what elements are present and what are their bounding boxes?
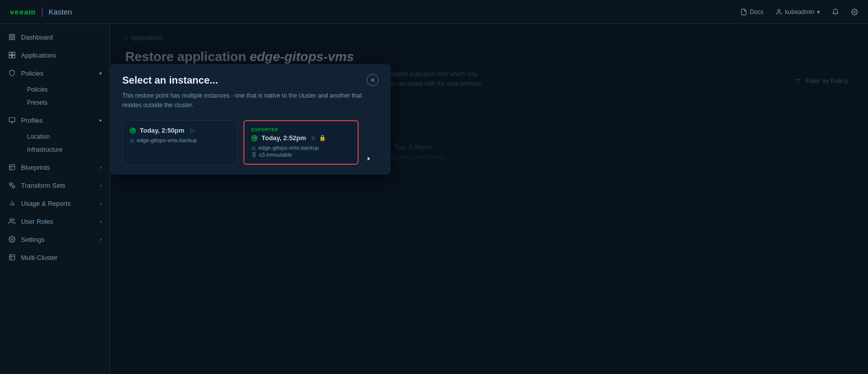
sidebar-transform-label: Transform Sets bbox=[21, 182, 65, 189]
usage-icon bbox=[8, 199, 16, 207]
main-content: ‹ Applications Restore application edge-… bbox=[110, 24, 868, 374]
userroles-chevron-icon: › bbox=[100, 219, 102, 224]
card-1-header: Today, 2:50pm ▷ bbox=[130, 127, 230, 134]
sidebar-item-transform-sets[interactable]: Transform Sets › bbox=[0, 176, 110, 194]
sidebar-dashboard-label: Dashboard bbox=[21, 34, 53, 41]
svg-rect-4 bbox=[13, 38, 15, 40]
sidebar-item-settings[interactable]: Settings › bbox=[0, 230, 110, 248]
instance-card-2[interactable]: EXPORTED Today, 2:52pm ▷ 🔒 ◎ edge-g bbox=[243, 120, 359, 165]
sidebar-item-usage-reports[interactable]: Usage & Reports › bbox=[0, 194, 110, 212]
roles-icon bbox=[8, 217, 16, 225]
svg-point-1 bbox=[853, 11, 855, 13]
svg-rect-3 bbox=[13, 35, 15, 37]
svg-rect-2 bbox=[10, 35, 12, 37]
sidebar-settings-label: Settings bbox=[21, 236, 45, 243]
sidebar-sub-location[interactable]: Location bbox=[21, 130, 110, 143]
notifications-button[interactable] bbox=[832, 9, 839, 16]
card-2-header: Today, 2:52pm ▷ 🔒 bbox=[251, 134, 351, 142]
profiles-submenu: Location Infrastructure bbox=[0, 129, 110, 158]
select-instance-modal: Select an instance... × This restore poi… bbox=[110, 64, 391, 175]
lock-icon: 🔒 bbox=[319, 135, 326, 141]
bell-icon bbox=[832, 9, 839, 16]
sidebar-item-user-roles[interactable]: User Roles › bbox=[0, 212, 110, 230]
svg-rect-8 bbox=[9, 56, 12, 58]
modal-header: Select an instance... × bbox=[122, 74, 379, 86]
sidebar-sub-policies[interactable]: Policies bbox=[21, 83, 110, 96]
svg-point-12 bbox=[10, 183, 12, 185]
card-2-storage-name: 🗄 s3-immutable bbox=[251, 152, 351, 158]
sidebar-usage-label: Usage & Reports bbox=[21, 200, 71, 207]
sidebar-sub-infrastructure[interactable]: Infrastructure bbox=[21, 143, 110, 156]
usage-chevron-icon: › bbox=[100, 201, 102, 206]
card-1-status-dot bbox=[130, 128, 136, 134]
transform-icon bbox=[8, 181, 16, 189]
sidebar-item-policies[interactable]: Policies ▾ bbox=[0, 64, 110, 82]
blueprints-chevron-icon: › bbox=[100, 165, 102, 170]
svg-rect-11 bbox=[10, 165, 15, 170]
sidebar-item-blueprints[interactable]: Blueprints › bbox=[0, 158, 110, 176]
logo: veeam | Kasten bbox=[10, 6, 72, 18]
sidebar-policies-label: Policies bbox=[21, 70, 44, 77]
topnav: veeam | Kasten Docs kubeadmin ▾ bbox=[0, 0, 868, 24]
instance-card-1[interactable]: Today, 2:50pm ▷ ◎ edge-gitops-vms-backup bbox=[122, 120, 237, 165]
logo-kasten: Kasten bbox=[49, 8, 72, 16]
sidebar: Dashboard Applications Policies ▾ Polici… bbox=[0, 24, 110, 374]
cluster-icon bbox=[8, 253, 16, 261]
cursor-indicator bbox=[368, 157, 374, 167]
card-2-backup-name: ◎ edge-gitops-vms-backup bbox=[251, 145, 351, 151]
sidebar-item-dashboard[interactable]: Dashboard bbox=[0, 28, 110, 46]
card-1-actions: ▷ bbox=[190, 127, 194, 134]
dashboard-icon bbox=[8, 33, 16, 41]
sidebar-userroles-label: User Roles bbox=[21, 218, 53, 225]
card-2-actions: ▷ 🔒 bbox=[312, 135, 326, 141]
sidebar-multicluster-label: Multi-Cluster bbox=[21, 254, 58, 261]
play-icon-2: ▷ bbox=[312, 135, 316, 141]
svg-rect-7 bbox=[13, 52, 15, 55]
profiles-chevron-icon: ▾ bbox=[99, 118, 102, 123]
svg-point-0 bbox=[778, 9, 780, 12]
docs-link[interactable]: Docs bbox=[740, 9, 763, 16]
card-1-backup-name: ◎ edge-gitops-vms-backup bbox=[130, 137, 230, 143]
user-icon bbox=[775, 9, 782, 16]
backup-file-icon: ◎ bbox=[130, 138, 134, 143]
svg-rect-10 bbox=[9, 118, 15, 122]
transform-chevron-icon: › bbox=[100, 183, 102, 188]
instance-cards-row: Today, 2:50pm ▷ ◎ edge-gitops-vms-backup… bbox=[122, 120, 379, 165]
svg-rect-5 bbox=[10, 38, 12, 40]
topnav-right: Docs kubeadmin ▾ bbox=[740, 9, 858, 16]
sidebar-profiles-label: Profiles bbox=[21, 117, 43, 124]
backup-file-icon-2: ◎ bbox=[251, 145, 256, 151]
docs-icon bbox=[740, 9, 747, 16]
logo-separator: | bbox=[41, 6, 44, 18]
sidebar-applications-label: Applications bbox=[21, 52, 56, 59]
card-2-badge: EXPORTED bbox=[251, 127, 351, 132]
settings-chevron-icon: › bbox=[100, 237, 102, 242]
user-chevron-icon: ▾ bbox=[817, 9, 820, 16]
modal-close-button[interactable]: × bbox=[367, 74, 379, 86]
sidebar-item-profiles[interactable]: Profiles ▾ bbox=[0, 111, 110, 129]
user-menu[interactable]: kubeadmin ▾ bbox=[775, 9, 820, 16]
card-2-status-dot bbox=[251, 135, 257, 141]
policies-submenu: Policies Presets bbox=[0, 82, 110, 111]
svg-rect-9 bbox=[13, 56, 15, 58]
logo-veeam: veeam bbox=[10, 8, 36, 16]
modal-title: Select an instance... bbox=[122, 75, 218, 86]
policies-chevron-icon: ▾ bbox=[99, 71, 102, 76]
svg-point-18 bbox=[11, 238, 13, 240]
settings-nav-button[interactable] bbox=[851, 9, 858, 16]
card-2-time: Today, 2:52pm bbox=[261, 134, 306, 142]
gear-icon bbox=[851, 9, 858, 16]
layout: Dashboard Applications Policies ▾ Polici… bbox=[0, 24, 868, 374]
sidebar-item-multi-cluster[interactable]: Multi-Cluster bbox=[0, 248, 110, 266]
sidebar-item-applications[interactable]: Applications bbox=[0, 46, 110, 64]
sidebar-sub-presets[interactable]: Presets bbox=[21, 96, 110, 109]
svg-point-17 bbox=[10, 219, 13, 221]
profiles-icon bbox=[8, 116, 16, 124]
svg-point-13 bbox=[13, 186, 15, 188]
modal-description: This restore point has multiple instance… bbox=[122, 91, 379, 110]
play-icon: ▷ bbox=[190, 127, 194, 134]
card-1-time: Today, 2:50pm bbox=[140, 127, 184, 134]
apps-icon bbox=[8, 51, 16, 59]
svg-rect-6 bbox=[9, 52, 12, 55]
policy-icon bbox=[8, 69, 16, 77]
